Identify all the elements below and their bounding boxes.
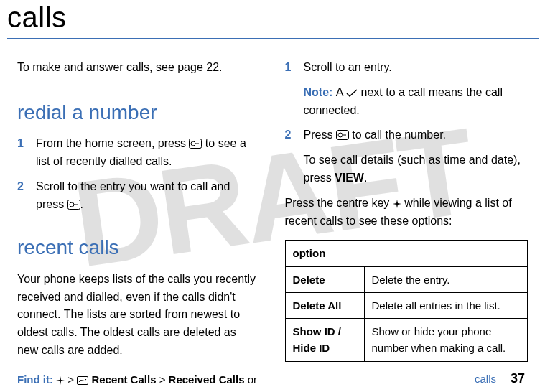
intro-text: To make and answer calls, see page 22. [17,59,261,77]
step-text-pre: From the home screen, press [36,137,189,149]
findit-or: or [245,373,258,386]
find-it-line: Find it: > Recent Calls > Received Calls… [17,371,261,392]
findit-received: Received Calls [169,373,245,386]
page: DRAFT calls To make and answer calls, se… [0,1,545,392]
heading-redial: redial a number [17,97,261,128]
option-name: Delete [285,266,364,292]
left-column: To make and answer calls, see page 22. r… [17,59,261,392]
page-title: calls [7,1,528,34]
step-body: Scroll to an entry. [304,59,528,77]
title-rule [7,38,539,39]
redial-step-2: 2 Scroll to the entry you want to call a… [17,178,261,214]
view-softkey: VIEW [335,172,364,184]
centre-key-line: Press the centre key while viewing a lis… [285,195,528,230]
centre-pre: Press the centre key [285,197,393,209]
option-desc: Delete the entry. [364,266,528,292]
option-name: Show ID / Hide ID [285,319,364,362]
step-number: 2 [285,126,304,144]
findit-sep: > [65,373,77,386]
send-key-icon [336,130,349,140]
findit-recent-calls: Recent Calls [88,373,156,386]
recent-step-1: 1 Scroll to an entry. [285,59,528,77]
recent-description: Your phone keeps lists of the calls you … [17,271,261,360]
step-text-post: to call the number. [349,129,446,141]
find-it-label: Find it: [17,373,56,386]
heading-recent: recent calls [17,232,261,263]
option-desc: Delete all entries in the list. [364,292,528,318]
detail-line: To see call details (such as time and da… [304,151,528,187]
step-text-pre: Press [304,129,336,141]
svg-point-4 [70,202,74,207]
note-pre: A [336,86,346,98]
recent-calls-icon [77,376,88,385]
svg-point-1 [191,141,195,146]
step-number: 1 [17,135,36,171]
recent-step-2: 2 Press to call the number. [285,126,528,144]
step-number: 1 [285,59,304,77]
table-header: option [285,241,528,266]
step-number: 2 [17,178,36,214]
detail-post: . [364,172,367,184]
table-row: Show ID / Hide ID Show or hide your phon… [285,319,528,362]
centre-key-icon [393,200,401,208]
svg-point-8 [338,133,343,137]
options-table: option Delete Delete the entry. Delete A… [285,240,528,361]
option-desc: Show or hide your phone number when maki… [364,319,528,362]
centre-key-icon [56,376,65,385]
note-label: Note: [304,86,336,98]
step-body: Scroll to the entry you want to call and… [36,178,261,214]
step-text-post: . [80,198,83,210]
note-line: Note: A next to a call means the call co… [304,84,528,120]
table-row: Delete All Delete all entries in the lis… [285,292,528,318]
option-name: Delete All [285,292,364,318]
step-text-pre: Scroll to the entry you want to call and… [36,180,230,210]
right-column: 1 Scroll to an entry. Note: A next to a … [285,59,528,392]
table-header-row: option [285,241,528,266]
send-key-icon [67,200,80,210]
table-row: Delete Delete the entry. [285,266,528,292]
columns: To make and answer calls, see page 22. r… [17,59,528,392]
step-body: From the home screen, press to see a lis… [36,135,261,171]
send-key-icon [189,139,202,149]
redial-step-1: 1 From the home screen, press to see a l… [17,135,261,171]
checkmark-icon [346,89,358,98]
findit-sep: > [156,373,168,386]
step-body: Press to call the number. [304,126,528,144]
